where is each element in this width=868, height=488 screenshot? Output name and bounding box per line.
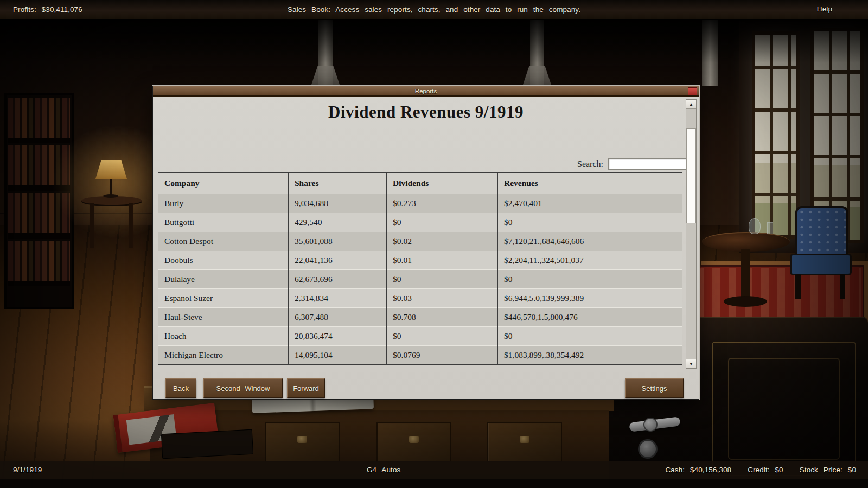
cell-revenues: $2,204,11.,324,501,037 [498,251,682,270]
scroll-up-icon[interactable]: ▲ [686,100,696,109]
vertical-scrollbar[interactable]: ▲ ▼ [686,99,697,369]
cell-revenues: $446,570,1.5,800,476 [498,308,682,327]
cell-company: Doobuls [158,251,289,270]
cell-dividends: $0 [387,213,498,232]
back-button[interactable]: Back [165,378,196,398]
column-header-shares[interactable]: Shares [289,173,387,194]
cell-shares: 2,314,834 [289,289,387,308]
cell-shares: 22,041,136 [289,251,387,270]
search-label: Search: [577,159,603,169]
cell-company: Michigan Electro [158,346,289,365]
cell-shares: 20,836,474 [289,327,387,346]
cell-revenues: $1,083,899,.38,354,492 [498,346,682,365]
cell-company: Espanol Suzer [158,289,289,308]
settings-button[interactable]: Settings [625,378,684,398]
cell-dividends: $0 [387,270,498,289]
scroll-down-icon[interactable]: ▼ [686,359,696,368]
scrollbar-thumb[interactable] [686,128,696,223]
cell-shares: 35,601,088 [289,232,387,251]
cell-dividends: $0.0769 [387,346,498,365]
column-header-company[interactable]: Company [158,173,289,194]
report-table-wrap: Company Shares Dividends Revenues Burly … [158,172,682,365]
table-row[interactable]: Doobuls 22,041,136 $0.01 $2,204,11.,324,… [158,251,682,270]
table-row[interactable]: Buttgotti 429,540 $0 $0 [158,213,682,232]
table-row[interactable]: Michigan Electro 14,095,104 $0.0769 $1,0… [158,346,682,365]
table-row[interactable]: Burly 9,034,688 $0.273 $2,470,401 [158,194,682,213]
table-row[interactable]: Hoach 20,836,474 $0 $0 [158,327,682,346]
cell-revenues: $7,120,21.,684,646,606 [498,232,682,251]
cell-company: Buttgotti [158,213,289,232]
cell-company: Dulalaye [158,270,289,289]
table-row[interactable]: Dulalaye 62,673,696 $0 $0 [158,270,682,289]
forward-button[interactable]: Forward [287,378,325,398]
top-status-bar: Profits: $30,411,076 Sales Book: Access … [0,0,868,20]
column-header-dividends[interactable]: Dividends [387,173,498,194]
table-row[interactable]: Espanol Suzer 2,314,834 $0.03 $6,944,5.0… [158,289,682,308]
cell-revenues: $2,470,401 [498,194,682,213]
table-row[interactable]: Haul-Steve 6,307,488 $0.708 $446,570,1.5… [158,308,682,327]
cell-dividends: $0.273 [387,194,498,213]
cell-shares: 6,307,488 [289,308,387,327]
column-header-revenues[interactable]: Revenues [498,173,682,194]
game-screen: Profits: $30,411,076 Sales Book: Access … [0,0,868,488]
second-window-button[interactable]: Second Window [203,378,283,398]
cash-readout: Cash: $40,156,308 [665,466,731,474]
report-heading: Dividend Revenues 9/1919 [153,102,699,122]
dialog-titlebar[interactable]: Reports [153,86,699,97]
cell-company: Haul-Steve [158,308,289,327]
stock-price-readout: Stock Price: $0 [800,466,856,474]
cell-shares: 62,673,696 [289,270,387,289]
credit-readout: Credit: $0 [748,466,783,474]
cell-revenues: $0 [498,213,682,232]
cell-company: Burly [158,194,289,213]
bottom-status-bar: 9/1/1919 G4 Autos Cash: $40,156,308 Cred… [0,461,868,479]
cell-shares: 14,095,104 [289,346,387,365]
help-button[interactable]: Help [817,5,832,13]
search-input[interactable] [608,158,693,170]
cell-revenues: $6,944,5.0,139,999,389 [498,289,682,308]
close-button[interactable] [688,87,697,95]
cell-revenues: $0 [498,270,682,289]
cell-company: Cotton Despot [158,232,289,251]
header-row: Company Shares Dividends Revenues [158,173,682,194]
reports-dialog: Reports Dividend Revenues 9/1919 Search:… [152,86,699,400]
game-date: 9/1/1919 [13,466,42,474]
cell-shares: 429,540 [289,213,387,232]
cell-dividends: $0.01 [387,251,498,270]
cell-dividends: $0 [387,327,498,346]
cell-shares: 9,034,688 [289,194,387,213]
bottom-edge-strip [0,479,868,488]
dividend-table: Company Shares Dividends Revenues Burly … [158,172,682,365]
help-underline [812,15,868,15]
cell-dividends: $0.708 [387,308,498,327]
company-name: G4 Autos [367,466,400,474]
cell-revenues: $0 [498,327,682,346]
cell-dividends: $0.03 [387,289,498,308]
dialog-title: Reports [415,88,437,94]
cell-company: Hoach [158,327,289,346]
table-row[interactable]: Cotton Despot 35,601,088 $0.02 $7,120,21… [158,232,682,251]
mode-description: Sales Book: Access sales reports, charts… [0,5,868,14]
cell-dividends: $0.02 [387,232,498,251]
